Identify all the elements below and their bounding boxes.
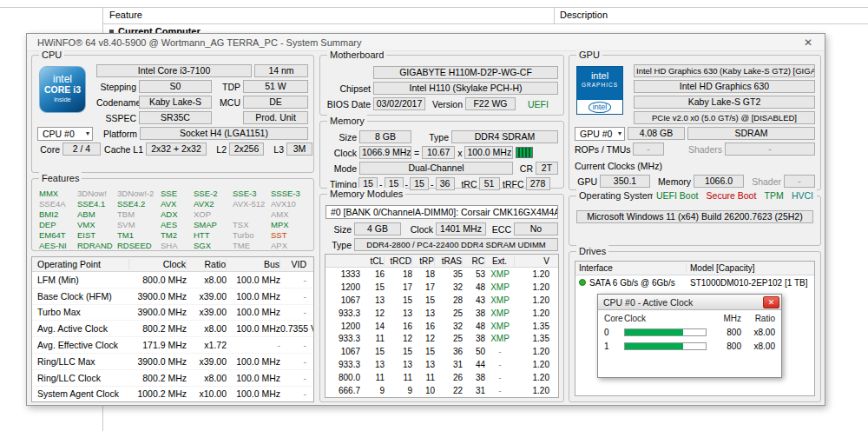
clock-bar: [624, 342, 707, 350]
table-header-row: Operating PointClockRatioBusVID: [32, 257, 313, 272]
ecc-field: No: [514, 222, 558, 235]
table-row[interactable]: Turbo Max3900.0 MHzx39.00100.0 MHz-: [32, 305, 313, 322]
table-row[interactable]: 933.31213132538XMP1.20: [326, 307, 558, 320]
intel-core-i3-badge: intel CORE i3 inside: [39, 66, 86, 113]
table-cell: 16: [385, 322, 412, 331]
close-icon[interactable]: [763, 296, 779, 308]
gpu-selector[interactable]: GPU #0: [575, 127, 625, 141]
table-cell: LFM (Min): [32, 275, 129, 285]
table-row[interactable]: Base Clock (HFM)3900.0 MHzx39.00100.0 MH…: [32, 288, 313, 305]
table-cell: 933.3: [326, 360, 360, 369]
model-column-header: Model [Capacity]: [687, 263, 814, 273]
motherboard-model-field: GIGABYTE H110M-D2P-WG-CF: [373, 66, 558, 79]
table-row[interactable]: 666.799102231-1.20: [326, 384, 558, 397]
intel-graphics-badge: intel GRAPHICS intel: [576, 66, 623, 115]
gpu-memory-clock-label: Memory: [653, 176, 691, 187]
gpu-section: GPU intel GRAPHICS intel Intel HD Graphi…: [569, 55, 821, 190]
clock-bar-fill: [625, 343, 683, 349]
drives-section-label: Drives: [576, 245, 608, 258]
table-cell: XMP: [485, 322, 515, 331]
table-cell: 933.3: [326, 308, 360, 318]
table-cell: 3900.0 MHz: [129, 356, 187, 367]
module-clock-label: Clock: [404, 224, 433, 235]
table-cell: -: [485, 347, 515, 356]
cpu-feature-blank: [233, 209, 271, 219]
table-cell: 14: [360, 322, 385, 331]
cpu-feature-EM64T: EM64T: [39, 230, 77, 240]
gpu-memory-type-field: SDRAM: [687, 127, 815, 140]
table-cell: 35: [435, 269, 463, 279]
memory-module-selector[interactable]: #0 [BANK 0/ChannelA-DIMM0]: Corsair CMK1…: [326, 205, 558, 219]
table-cell: Base Clock (HFM): [32, 291, 129, 302]
table-row[interactable]: 13331618183553XMP1.20: [326, 268, 558, 281]
table-row[interactable]: 10671515153650-1.20: [326, 345, 558, 358]
table-cell: 13: [412, 360, 435, 369]
table-cell: 3900.0 MHz: [129, 291, 187, 302]
core-ratio: x8.00: [741, 341, 781, 351]
module-size-field: 4 GB: [354, 222, 401, 235]
table-cell: 11: [385, 373, 412, 382]
table-row[interactable]: 933.31112122538XMP1.35: [326, 332, 558, 345]
table-row[interactable]: System Agent Clock1000.2 MHzx10.00100.0 …: [32, 387, 313, 402]
sspec-field: SR35C: [139, 111, 212, 124]
popup-titlebar[interactable]: CPU #0 - Active Clock: [598, 295, 781, 310]
intel-oval-logo: intel: [589, 102, 612, 113]
table-cell: 15: [360, 347, 385, 356]
gpu-codename-field: Kaby Lake-S GT2: [634, 96, 815, 109]
table-row[interactable]: LFM (Min)800.0 MHzx8.00100.0 MHz-: [32, 272, 313, 288]
table-cell: x8.00: [187, 323, 227, 334]
table-cell: 1333: [326, 269, 360, 279]
cpu-selector[interactable]: CPU #0: [37, 127, 93, 141]
chipset-label: Chipset: [326, 83, 371, 94]
table-cell: 1200: [326, 322, 360, 331]
intel-logo-text: intel: [577, 71, 622, 81]
inside-logo-text: inside: [40, 96, 85, 103]
table-row[interactable]: Ring/LLC Max3900.0 MHzx39.00100.0 MHz-: [32, 354, 313, 370]
core-count-field: 2 / 4: [62, 143, 101, 156]
table-row[interactable]: 12001416163248XMP1.35: [326, 320, 558, 333]
table-cell: 1.35: [515, 322, 558, 331]
table-cell: 100.0 MHz: [227, 323, 280, 334]
window-titlebar[interactable]: HWiNFO® 64 v8.40-5900 @ Wortmann_AG TERR…: [27, 34, 825, 51]
table-cell: 31: [463, 386, 485, 395]
rops-tmus-field: -: [633, 143, 664, 156]
close-icon[interactable]: [795, 36, 821, 49]
table-cell: 48: [463, 282, 485, 292]
table-cell: 18: [412, 269, 435, 279]
cache-l1-label: Cache L1: [103, 144, 143, 155]
cpu-feature-AES: AES: [161, 220, 194, 229]
table-row[interactable]: 10671315152843XMP1.20: [326, 294, 558, 307]
table-row[interactable]: Avg. Active Clock800.2 MHzx8.00100.0 MHz…: [32, 321, 313, 337]
core-i3-logo-text: CORE i3: [40, 84, 85, 96]
bios-version-label: Version: [428, 99, 463, 109]
memory-modules-section: Memory Modules #0 [BANK 0/ChannelA-DIMM0…: [319, 194, 564, 402]
codename-field: Kaby Lake-S: [139, 96, 212, 109]
table-cell: 100.0 MHz: [227, 291, 280, 302]
table-row[interactable]: Avg. Effective Clock171.9 MHzx1.72--: [32, 337, 313, 354]
uefi-boot-badge: UEFI Boot: [656, 189, 698, 202]
table-cell: 800.0: [326, 373, 360, 382]
uefi-flag: UEFI: [518, 99, 558, 109]
core-index: 0: [598, 328, 624, 337]
tpm-badge: TPM: [765, 189, 784, 202]
table-row[interactable]: 12001517173248XMP1.20: [326, 281, 558, 294]
table-row[interactable]: 800.01111112638-1.20: [326, 371, 558, 384]
module-clock-field: 1401 MHz: [436, 222, 486, 235]
feature-column-header: Feature: [109, 10, 142, 20]
cpu-feature-SMAP: SMAP: [194, 220, 233, 229]
table-cell: 9: [385, 386, 412, 395]
table-cell: 1.20: [515, 373, 558, 382]
gpu-selector-value: GPU #0: [580, 129, 612, 139]
table-row[interactable]: Ring/LLC Clock800.2 MHzx8.00100.0 MHz-: [32, 370, 313, 387]
multiply-sign: x: [457, 148, 462, 158]
prod-unit-field: Prod. Unit: [243, 111, 308, 124]
table-row[interactable]: 933.31313133144-1.20: [326, 358, 558, 371]
table-cell: 3900.0 MHz: [129, 307, 187, 317]
table-cell: 1.35: [515, 334, 558, 343]
shaders-label: Shaders: [667, 144, 722, 155]
drive-model: ST1000DM010-2EP102 [1 TB]: [687, 278, 814, 288]
gpu-memory-clock-field: 1066.0: [694, 175, 744, 188]
table-cell: 15: [385, 295, 412, 305]
table-cell: 15: [360, 282, 385, 292]
drive-row[interactable]: SATA 6 Gb/s @ 6Gb/s ST1000DM010-2EP102 […: [575, 275, 814, 289]
